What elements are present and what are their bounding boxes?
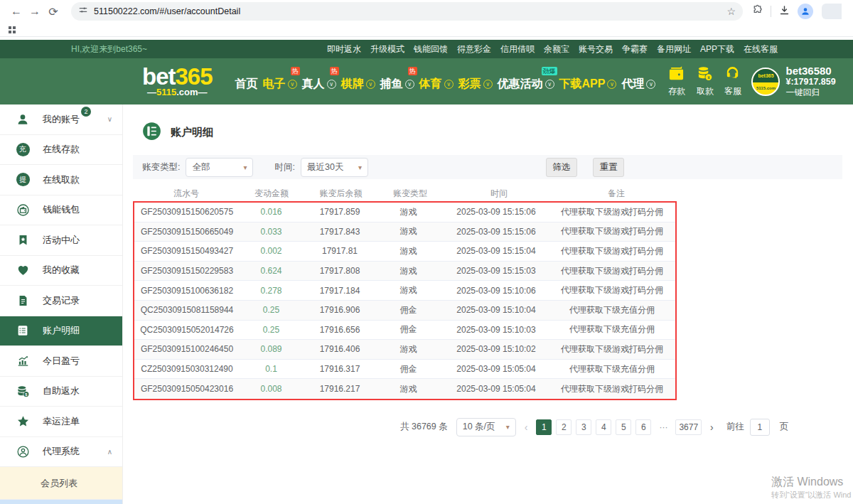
site-logo[interactable]: bet365 —5115.com— xyxy=(142,66,213,97)
side-panel-icon[interactable] xyxy=(822,4,842,19)
nav-lottery[interactable]: 彩票∨ xyxy=(458,77,493,92)
sidebar-item-online-withdraw[interactable]: 提在线取款 xyxy=(0,165,122,195)
nav-label: 捕鱼 xyxy=(380,77,403,92)
char-circle-icon: 充 xyxy=(16,143,30,156)
profile-avatar-icon[interactable] xyxy=(798,4,813,19)
next-page-button[interactable]: › xyxy=(707,422,717,433)
nav-agent[interactable]: 代理∨ xyxy=(621,77,655,92)
type-select-value: 全部 xyxy=(192,161,210,173)
sidebar-item-online-deposit[interactable]: 充在线存款 xyxy=(0,135,122,166)
time-select[interactable]: 最近30天 ▾ xyxy=(301,158,368,177)
bookmark-star-icon[interactable]: ☆ xyxy=(726,6,736,17)
sidebar-item-self-rebate[interactable]: $自助返水 xyxy=(0,377,122,407)
quick-withdraw-button[interactable]: ¥取款 xyxy=(695,65,714,97)
watermark-line2: 转到“设置”以激活 Wind xyxy=(771,490,851,500)
table-row: GF250309151006361820.27817917.184游戏2025-… xyxy=(134,281,675,301)
username: bet36580 xyxy=(785,65,835,77)
main-content: 账户明细 账变类型: 全部 ▾ 时间: 最近30天 ▾ 筛选 重置 流水号变动金… xyxy=(123,104,853,504)
page-button-4[interactable]: 4 xyxy=(596,419,611,435)
sidebar-item-my-account[interactable]: 我的账号2∨ xyxy=(0,104,122,135)
balance-cell: 17917.859 xyxy=(303,207,377,217)
url-bar[interactable]: 511500222.com/#/user/accountDetail ☆ xyxy=(71,2,743,21)
top-link-钱能回馈[interactable]: 钱能回馈 xyxy=(414,43,448,55)
amount-cell: 0.016 xyxy=(240,207,303,217)
top-link-余额宝[interactable]: 余额宝 xyxy=(544,43,569,55)
reset-button[interactable]: 重置 xyxy=(593,158,624,177)
back-icon[interactable]: ← xyxy=(7,5,26,18)
sidebar-item-activity-center[interactable]: 活动中心 xyxy=(0,225,122,256)
prev-page-button[interactable]: ‹ xyxy=(522,422,531,433)
top-link-即时返水[interactable]: 即时返水 xyxy=(327,43,361,55)
top-link-备用网址[interactable]: 备用网址 xyxy=(657,43,691,55)
forward-icon[interactable]: → xyxy=(26,5,44,18)
filter-button[interactable]: 筛选 xyxy=(546,158,577,177)
nav-label: 彩票 xyxy=(458,77,481,92)
svg-text:$: $ xyxy=(25,392,27,396)
top-link-账号交易[interactable]: 账号交易 xyxy=(579,43,613,55)
sidebar-item-my-favorites[interactable]: 我的收藏 xyxy=(0,256,122,286)
remark-cell: 代理获取下级游戏打码分佣 xyxy=(552,225,672,237)
page-button-1[interactable]: 1 xyxy=(536,419,552,435)
sidebar-item-today-profit[interactable]: 今日盈亏 xyxy=(0,346,122,377)
remark-cell: 代理获取下级游戏打码分佣 xyxy=(552,265,672,277)
nav-fishing[interactable]: 捕鱼热∨ xyxy=(380,77,414,92)
chevron-down-icon: ∨ xyxy=(444,80,454,89)
nav-chess[interactable]: 棋牌∨ xyxy=(341,77,375,92)
nav-sports[interactable]: 体育∨ xyxy=(419,77,454,92)
per-page-select[interactable]: 10 条/页 ▾ xyxy=(456,418,516,436)
annotation-red-box: GF250309151506205750.01617917.859游戏2025-… xyxy=(133,201,677,400)
top-link-争霸赛[interactable]: 争霸赛 xyxy=(622,43,648,55)
nav-download-app[interactable]: 下载APP∨ xyxy=(559,77,617,92)
nav-label: 代理 xyxy=(621,77,644,92)
quick-deposit-button[interactable]: 存款 xyxy=(667,65,686,97)
nav-label: 首页 xyxy=(235,77,258,92)
top-link-得意彩金[interactable]: 得意彩金 xyxy=(457,43,491,55)
page-button-5[interactable]: 5 xyxy=(616,419,631,435)
table-row: GF250309151506650490.03317917.843游戏2025-… xyxy=(134,222,675,242)
extensions-icon[interactable] xyxy=(751,4,763,19)
reload-icon[interactable]: ⟳ xyxy=(44,5,63,18)
nav-home[interactable]: 首页 xyxy=(235,77,258,92)
download-icon[interactable] xyxy=(778,4,790,19)
site-info-icon[interactable] xyxy=(78,5,88,18)
top-link-在线客服[interactable]: 在线客服 xyxy=(744,43,778,55)
page-buttons: 123456···3677 xyxy=(536,419,702,435)
balance-amount: ¥:17917.859 xyxy=(785,77,835,87)
pagination: 共 36769 条 10 条/页 ▾ ‹ 123456···3677 › 前往 … xyxy=(400,418,842,436)
one-click-return-button[interactable]: 一键回归 xyxy=(785,87,835,97)
title-row: 账户明细 xyxy=(142,122,842,144)
nav-promotions[interactable]: 优惠活动劲爆∨ xyxy=(498,77,554,92)
quick-service-button[interactable]: 客服 xyxy=(724,65,741,97)
sidebar-item-account-detail[interactable]: 账户明细 xyxy=(0,316,122,347)
sidebar-item-agent-system[interactable]: 代理系统∧ xyxy=(0,437,122,468)
balance-cell: 17916.906 xyxy=(303,305,377,315)
sidebar-item-transaction-records[interactable]: 交易记录 xyxy=(0,286,122,316)
char-circle-icon: 提 xyxy=(16,173,30,186)
page-button-3677[interactable]: 3677 xyxy=(675,419,702,435)
page-button-6[interactable]: 6 xyxy=(635,419,651,435)
type-select[interactable]: 全部 ▾ xyxy=(186,158,253,177)
page-button-3[interactable]: 3 xyxy=(576,419,591,435)
balance-cell: 17916.656 xyxy=(303,325,377,335)
serial-cell: GF25030915100246450 xyxy=(134,344,240,354)
sidebar-item-member-list[interactable]: 会员列表 xyxy=(0,467,122,500)
sidebar-item-qianneng-wallet[interactable]: 钱能钱包 xyxy=(0,195,122,226)
page-button-2[interactable]: 2 xyxy=(556,419,572,435)
top-link-APP下载[interactable]: APP下载 xyxy=(700,43,734,55)
top-link-信用借呗[interactable]: 信用借呗 xyxy=(500,43,535,55)
serial-cell: QC25030915081158944 xyxy=(134,305,240,315)
remark-cell: 代理获取下级充值分佣 xyxy=(552,363,672,375)
sidebar: 我的账号2∨充在线存款提在线取款钱能钱包活动中心我的收藏交易记录账户明细今日盈亏… xyxy=(0,104,123,504)
goto-page-input[interactable]: 1 xyxy=(750,419,770,436)
top-link-升级模式[interactable]: 升级模式 xyxy=(370,43,404,55)
nav-label: 体育 xyxy=(419,77,442,92)
apps-grid-icon[interactable] xyxy=(9,26,16,33)
more-pages-button[interactable]: ··· xyxy=(655,419,671,435)
svg-text:¥: ¥ xyxy=(708,75,711,80)
sidebar-item-lucky-bets[interactable]: 幸运注单 xyxy=(0,407,122,437)
wallet2-icon xyxy=(16,203,30,217)
nav-slots[interactable]: 电子热∨ xyxy=(263,77,297,92)
nav-live[interactable]: 真人热∨ xyxy=(302,77,336,92)
amount-cell: 0.033 xyxy=(240,227,303,237)
time-cell: 2025-03-09 15:05:04 xyxy=(440,384,552,394)
